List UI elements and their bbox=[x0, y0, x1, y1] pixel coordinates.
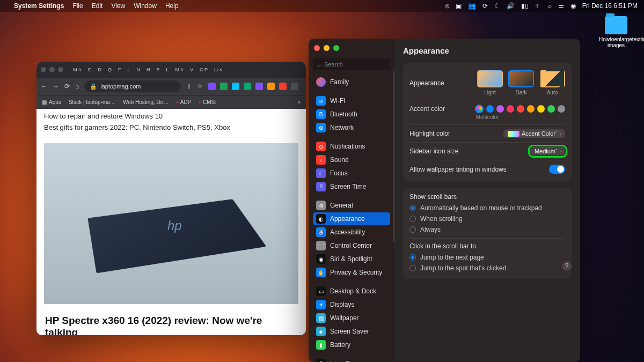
help-button[interactable]: ? bbox=[562, 261, 572, 271]
back-icon[interactable]: ← bbox=[41, 83, 47, 90]
sidebar-item-control-center[interactable]: ⋮⋮Control Center bbox=[313, 239, 390, 252]
article-link[interactable]: Best gifts for gamers 2022: PC, Nintendo… bbox=[44, 123, 298, 131]
browser-tab[interactable]: H bbox=[144, 66, 152, 73]
browser-traffic-lights[interactable] bbox=[41, 67, 63, 72]
article-headline[interactable]: HP Spectre x360 16 (2022) review: Now we… bbox=[36, 309, 306, 335]
siri-icon[interactable]: ◉ bbox=[570, 2, 576, 10]
bookmark-item[interactable]: ▪ ADP bbox=[176, 99, 191, 105]
bookmark-item[interactable]: Slack | laptop-ma… bbox=[69, 99, 115, 105]
accent-color-dot[interactable] bbox=[547, 105, 555, 113]
status-icon[interactable]: ⎋ bbox=[445, 2, 449, 10]
appearance-auto[interactable]: Auto bbox=[539, 70, 565, 95]
reload-icon[interactable]: ⟳ bbox=[64, 83, 70, 90]
ext-icon[interactable] bbox=[220, 83, 228, 90]
sidebar-item-wallpaper[interactable]: ▧Wallpaper bbox=[313, 312, 390, 324]
sidebar-icon-size-popup[interactable]: Medium⌃⌄ bbox=[530, 147, 565, 156]
wifi-icon[interactable]: ᯤ bbox=[535, 2, 541, 10]
browser-tab[interactable]: M Ir bbox=[173, 66, 186, 73]
search-icon[interactable]: ⌕ bbox=[548, 2, 552, 10]
ext-icon[interactable] bbox=[267, 83, 275, 90]
address-bar[interactable]: 🔒 laptopmag.com bbox=[84, 80, 181, 92]
bookmark-apps[interactable]: ▦ Apps bbox=[42, 99, 61, 105]
accent-color-dot[interactable] bbox=[537, 105, 545, 113]
browser-tab[interactable]: L bbox=[164, 66, 171, 73]
accent-color-picker[interactable] bbox=[475, 105, 565, 113]
sidebar-item-lock-screen[interactable]: 🔒Lock Screen bbox=[313, 357, 390, 362]
accent-color-dot[interactable] bbox=[517, 105, 524, 113]
browser-tab[interactable]: Li × bbox=[212, 66, 224, 73]
sidebar-item-accessibility[interactable]: ♿Accessibility bbox=[313, 226, 390, 239]
sync-icon[interactable]: ⟳ bbox=[482, 2, 488, 10]
browser-tab[interactable]: L bbox=[126, 66, 133, 73]
sidebar-item-screen-saver[interactable]: ◈Screen Saver bbox=[313, 325, 390, 338]
sidebar-item-siri-spotlight[interactable]: ◉Siri & Spotlight bbox=[313, 253, 390, 265]
accent-color-dot[interactable] bbox=[496, 105, 504, 113]
accent-color-dot[interactable] bbox=[527, 105, 535, 113]
sidebar-user[interactable]: Family bbox=[313, 76, 390, 88]
accent-multicolor[interactable] bbox=[475, 105, 484, 113]
ext-icon[interactable] bbox=[279, 83, 287, 90]
sidebar-item-bluetooth[interactable]: BBluetooth bbox=[313, 108, 390, 121]
browser-tab[interactable]: M Ir bbox=[71, 66, 84, 73]
bookmark-icon[interactable]: ☆ bbox=[197, 83, 203, 90]
menu-window[interactable]: Window bbox=[134, 2, 157, 10]
dnd-icon[interactable]: ☾ bbox=[494, 2, 500, 10]
sidebar-item-notifications[interactable]: ⊙Notifications bbox=[313, 140, 390, 153]
menu-file[interactable]: File bbox=[72, 2, 83, 10]
scrollbar-when-scrolling[interactable]: When scrolling bbox=[409, 213, 565, 224]
menu-edit[interactable]: Edit bbox=[92, 2, 103, 10]
scrollbar-auto[interactable]: Automatically based on mouse or trackpad bbox=[409, 203, 565, 213]
browser-tab[interactable]: E bbox=[155, 66, 162, 73]
wallpaper-tinting-toggle[interactable] bbox=[549, 165, 565, 174]
browser-tab[interactable]: Q bbox=[106, 66, 114, 73]
sidebar-item-battery[interactable]: ▮Battery bbox=[313, 338, 390, 351]
control-center-icon[interactable]: ⚌ bbox=[558, 2, 564, 10]
sidebar-item-sound[interactable]: ♪Sound bbox=[313, 153, 390, 166]
settings-search[interactable]: ⌕Search bbox=[313, 58, 390, 70]
sidebar-item-wi-fi[interactable]: ≋Wi-Fi bbox=[313, 94, 390, 107]
ext-icon[interactable] bbox=[208, 83, 216, 90]
article-link[interactable]: How to repair and restore Windows 10 bbox=[44, 112, 298, 120]
bookmark-item[interactable]: Web Hosting, Do… bbox=[123, 99, 169, 105]
scrollclick-next-page[interactable]: Jump to the next page bbox=[409, 252, 565, 263]
screenshare-icon[interactable]: ▣ bbox=[456, 2, 462, 10]
desktop-folder[interactable]: HowtoenlargetextiinmacOS images bbox=[599, 16, 633, 48]
battery-icon[interactable]: ▮▯ bbox=[521, 2, 529, 10]
menu-view[interactable]: View bbox=[111, 2, 125, 10]
forward-icon[interactable]: → bbox=[53, 83, 59, 90]
sidebar-item-privacy-security[interactable]: ✋Privacy & Security bbox=[313, 266, 390, 279]
share-icon[interactable]: ⇧ bbox=[186, 83, 192, 90]
sidebar-item-appearance[interactable]: ◐Appearance bbox=[313, 212, 390, 225]
sidebar-item-desktop-dock[interactable]: ▭Desktop & Dock bbox=[313, 285, 390, 298]
menu-help[interactable]: Help bbox=[165, 2, 179, 10]
scrollclick-jump-spot[interactable]: Jump to the spot that's clicked bbox=[409, 263, 565, 274]
sidebar-item-focus[interactable]: ☾Focus bbox=[313, 167, 390, 180]
browser-tab[interactable]: D bbox=[96, 66, 104, 73]
ext-icon[interactable] bbox=[291, 83, 298, 90]
overflow-icon[interactable]: » bbox=[297, 99, 301, 105]
scrollbar-always[interactable]: Always bbox=[409, 224, 565, 235]
browser-tab[interactable]: C P bbox=[197, 66, 210, 73]
home-icon[interactable]: ⌂ bbox=[75, 83, 79, 90]
browser-tab[interactable]: F bbox=[116, 66, 123, 73]
accent-color-dot[interactable] bbox=[507, 105, 514, 113]
browser-tab[interactable]: V bbox=[188, 66, 195, 73]
accent-color-dot[interactable] bbox=[486, 105, 494, 113]
browser-tab[interactable]: G bbox=[86, 66, 94, 73]
sidebar-item-screen-time[interactable]: ⧖Screen Time bbox=[313, 180, 390, 193]
users-icon[interactable]: 👥 bbox=[468, 2, 476, 10]
accent-color-dot[interactable] bbox=[558, 105, 565, 113]
menubar-clock[interactable]: Fri Dec 16 6:51 PM bbox=[582, 2, 638, 10]
sidebar-item-displays[interactable]: ☀Displays bbox=[313, 298, 390, 311]
appearance-dark[interactable]: Dark bbox=[508, 70, 534, 95]
menu-app[interactable]: System Settings bbox=[14, 2, 64, 10]
browser-tab[interactable]: N bbox=[135, 66, 143, 73]
sidebar-item-general[interactable]: ⚙General bbox=[313, 199, 390, 212]
appearance-light[interactable]: Light bbox=[477, 70, 503, 95]
highlight-color-popup[interactable]: Accent Color ⌃⌄ bbox=[503, 129, 565, 138]
ext-icon[interactable] bbox=[244, 83, 251, 90]
ext-icon[interactable] bbox=[232, 83, 239, 90]
bookmark-item[interactable]: ▪ CMS: bbox=[199, 99, 216, 105]
ext-icon[interactable] bbox=[255, 83, 263, 90]
volume-icon[interactable]: 🔊 bbox=[507, 2, 515, 10]
